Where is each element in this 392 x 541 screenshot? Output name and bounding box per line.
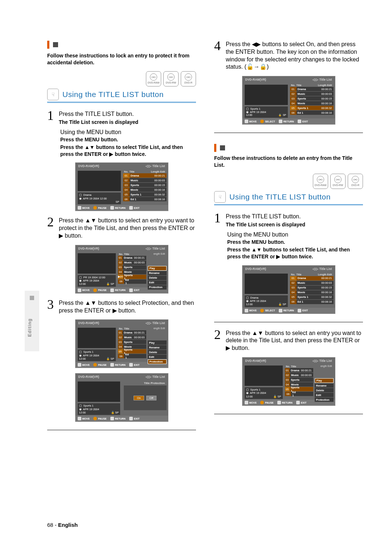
protection-off-button[interactable]: Off [146,396,157,400]
accent-bar-icon [47,41,49,49]
step-number: 1 [47,110,56,125]
osd-screen-b2: DVD-RAM(VR)◁ ▷ Title List ▢Sports 1 ◉APR… [242,357,335,406]
osd-screen-b1: DVD-RAM(VR)◁ ▷ Title List ▢Drama ◉APR 19… [242,265,335,314]
step3-text: Press the ▲▼ buttons to select Protectio… [59,299,196,315]
right-column: 4 Press the ◀▶ buttons to select On, and… [214,40,363,437]
hand-icon: ☟ [47,89,59,100]
step-3: 3 Press the ▲▼ buttons to select Protect… [47,299,196,315]
osd-screen-4: DVD-RAM(VR)◁ ▷ Title List ▢Sports 1 ◉APR… [75,373,168,422]
osd-screen-locked: DVD-RAM(VR)◁ ▷ Title List ▢Sports 1 ◉APR… [242,76,335,125]
deleting-blurb: Follow these instructions to delete an e… [214,155,363,169]
preview-icon [78,171,121,191]
accent-line [47,102,196,103]
step4-text: Press the ◀▶ buttons to select On, and t… [226,40,363,71]
format-dvdr-icon: ((●))DVD-R [348,174,363,189]
menu-alt-line1: Press the MENU button. [60,136,196,143]
step-1b: 1 Press the TITLE LIST button. The Title… [214,212,363,228]
osd-screen-3: DVD-RAM(VR)◁ ▷ Title List ▢Sports 1 ◉APR… [75,319,168,368]
step-1: 1 Press the TITLE LIST button. The Title… [47,110,196,125]
osd-screen-1: DVD-RAM(VR)◁ ▷ Title List ▢Drama ◉APR 19… [75,162,168,211]
menu-altb-line2: Press the ▲▼ buttons to select Title Lis… [227,246,363,260]
side-tab-label: Editing [27,318,32,337]
step1-text: Press the TITLE LIST button. [59,111,134,117]
format-dvdrw-icon: ((●))DVD-RW [163,71,179,86]
side-tab: Editing [25,291,39,351]
menu-alt-line2: Press the ▲▼ buttons to select Title Lis… [60,144,196,158]
step-2: 2 Press the ▲▼ buttons to select an entr… [47,216,196,239]
step1-bold: The Title List screen is displayed [59,119,138,125]
page-footer: 68 - English [47,522,78,528]
side-tab-icon [30,296,34,300]
divider [214,414,363,414]
step-4: 4 Press the ◀▶ buttons to select On, and… [214,40,363,71]
accent-bar-icon [214,144,216,152]
menu-altb-line1: Press the MENU button. [227,239,363,246]
format-dvdram-icon: ((●))DVD-RAM [146,71,161,86]
locking-blurb: Follow these instructions to lock an ent… [47,52,196,66]
step1b-text: Press the TITLE LIST button. [226,213,301,219]
lock-icon: 🔒 [278,114,282,117]
square-icon [53,42,58,47]
format-dvdram-icon: ((●))DVD-RAM [313,174,328,189]
step-2b: 2 Press the ▲▼ buttons to select an entr… [214,329,363,352]
menu-alt-heading: Using the MENU button [60,129,196,136]
divider [214,322,363,322]
step1b-bold: The Title List screen is displayed [226,221,305,228]
hand-icon: ☟ [214,191,226,203]
divider [214,133,363,133]
sub-title: Using the TITLE LIST button [62,90,164,99]
divider [47,430,196,430]
step2-text: Press the ▲▼ buttons to select an entry … [59,216,196,239]
square-icon [220,145,225,150]
sub-head-title-list: ☟ Using the TITLE LIST button [47,89,196,100]
protection-on-button[interactable]: On [134,396,144,400]
accent-line [214,204,363,206]
section-head-locking: Locking(Protecting) a Title [47,40,196,49]
format-row-2: ((●))DVD-RAM ((●))DVD-RW ((●))DVD-R [214,174,363,189]
sub-title-2: Using the TITLE LIST button [229,193,331,201]
format-dvdr-icon: ((●))DVD-R [181,71,196,86]
section-head-deleting [214,144,363,152]
arrows-icon: ◁ ▷ Title List [146,164,165,168]
step2b-text: Press the ▲▼ buttons to select an entry … [226,329,363,352]
osd-screen-2: DVD-RAM(VR)◁ ▷ Title List ▢PR 19 2004 12… [75,245,168,294]
format-dvdrw-icon: ((●))DVD-RW [330,174,346,189]
format-row: ((●))DVD-RAM ((●))DVD-RW ((●))DVD-R [47,71,196,86]
menu-altb-heading: Using the MENU button [227,231,363,238]
sub-head-title-list-2: ☟ Using the TITLE LIST button [214,191,363,203]
left-column: Locking(Protecting) a Title Follow these… [47,40,196,437]
